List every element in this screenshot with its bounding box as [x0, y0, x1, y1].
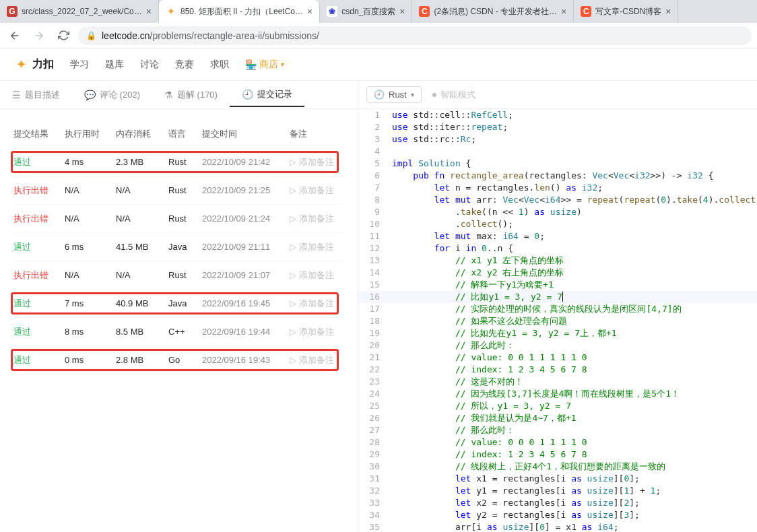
- code-line[interactable]: 13 // x1 y1 左下角点的坐标: [358, 255, 757, 267]
- code-line[interactable]: 12 for i in 0..n {: [358, 242, 757, 255]
- code-content: // 实际的处理的时候，真实的线段认为是闭区间[4,7]的: [389, 303, 682, 315]
- code-line[interactable]: 11 let mut max: i64 = 0;: [358, 230, 757, 242]
- code-line[interactable]: 27 // 那么此时：: [358, 424, 757, 436]
- code-line[interactable]: 4: [358, 145, 757, 158]
- nav-link[interactable]: 求职: [210, 59, 229, 71]
- nav-store[interactable]: 🏪 商店 ▾: [245, 59, 284, 71]
- line-number: 18: [358, 315, 389, 327]
- nav-link[interactable]: 题库: [105, 59, 124, 71]
- code-line[interactable]: 33 let x2 = rectangles[i as usize][2];: [358, 497, 757, 509]
- clock-icon: 🕘: [374, 90, 385, 100]
- code-line[interactable]: 20 // 那么此时：: [358, 339, 757, 352]
- problem-tab[interactable]: 🕘提交记录: [230, 81, 304, 108]
- code-content: let y1 = rectangles[i as usize][1] + 1;: [389, 485, 661, 497]
- line-number: 12: [358, 242, 389, 255]
- line-number: 28: [358, 436, 389, 448]
- code-content: // 因为线段[3,7]长度是4啊！而在线段树里，是5个1！: [389, 388, 680, 400]
- code-line[interactable]: 17 // 实际的处理的时候，真实的线段认为是闭区间[4,7]的: [358, 303, 757, 315]
- reload-button[interactable]: [54, 26, 73, 45]
- language-select[interactable]: 🕘 Rust ▾: [366, 86, 422, 103]
- code-line[interactable]: 14 // x2 y2 右上角点的坐标: [358, 267, 757, 279]
- code-line[interactable]: 1use std::cell::RefCell;: [358, 109, 757, 121]
- table-row[interactable]: 通过7 ms40.9 MBJava2022/09/16 19:45▷添加备注: [13, 290, 344, 318]
- close-icon[interactable]: ×: [399, 6, 405, 17]
- code-line[interactable]: 32 let y1 = rectangles[i as usize][1] + …: [358, 485, 757, 497]
- code-line[interactable]: 10 .collect();: [358, 218, 757, 230]
- code-editor[interactable]: 1use std::cell::RefCell;2use std::iter::…: [358, 109, 757, 532]
- problem-tab[interactable]: ☰题目描述: [0, 81, 72, 108]
- remark-cell[interactable]: ▷添加备注: [290, 156, 350, 168]
- code-line[interactable]: 35 arr[i as usize][0] = x1 as i64;: [358, 521, 757, 532]
- code-line[interactable]: 21 // value: 0 0 1 1 1 1 1 0: [358, 352, 757, 364]
- brand[interactable]: ✦ 力扣: [13, 57, 54, 72]
- line-number: 7: [358, 182, 389, 194]
- remark-cell[interactable]: ▷添加备注: [290, 269, 350, 281]
- code-line[interactable]: 19 // 比如先在y1 = 3, y2 = 7上，都+1: [358, 327, 757, 339]
- browser-tab[interactable]: C(2条消息) CSDN - 专业开发者社…×: [412, 0, 574, 23]
- code-line[interactable]: 30 // 线段树上，正好4个1，和我们想要的距离是一致的: [358, 461, 757, 473]
- table-row[interactable]: 执行出错N/AN/ARust2022/10/09 21:25▷添加备注: [13, 176, 344, 205]
- nav-link[interactable]: 讨论: [140, 59, 159, 71]
- code-line[interactable]: 18 // 如果不这么处理会有问题: [358, 315, 757, 327]
- code-content: // 这是不对的！: [389, 376, 523, 388]
- remark-cell[interactable]: ▷添加备注: [290, 241, 350, 253]
- close-icon[interactable]: ×: [665, 6, 671, 17]
- code-line[interactable]: 15 // 解释一下y1为啥要+1: [358, 279, 757, 291]
- table-row[interactable]: 通过4 ms2.3 MBRust2022/10/09 21:42▷添加备注: [13, 148, 344, 176]
- table-row[interactable]: 通过8 ms8.5 MBC++2022/09/16 19:44▷添加备注: [13, 318, 344, 346]
- code-line[interactable]: 28 // value: 0 0 0 1 1 1 1 0: [358, 436, 757, 448]
- smart-mode[interactable]: 智能模式: [432, 89, 475, 101]
- problem-tab[interactable]: 💬评论 (202): [72, 81, 152, 108]
- remark-cell[interactable]: ▷添加备注: [290, 298, 350, 310]
- code-line[interactable]: 9 .take((n << 1) as usize): [358, 206, 757, 218]
- back-button[interactable]: [5, 26, 24, 45]
- remark-cell[interactable]: ▷添加备注: [290, 213, 350, 225]
- close-icon[interactable]: ×: [307, 6, 312, 17]
- code-line[interactable]: 23 // 这是不对的！: [358, 376, 757, 388]
- code-line[interactable]: 34 let y2 = rectangles[i as usize][3];: [358, 509, 757, 521]
- code-line[interactable]: 2use std::iter::repeat;: [358, 121, 757, 133]
- code-line[interactable]: 25 // 所以，y1 = 3, y2 = 7: [358, 400, 757, 412]
- code-line[interactable]: 31 let x1 = rectangles[i as usize][0];: [358, 473, 757, 485]
- code-line[interactable]: 7 let n = rectangles.len() as i32;: [358, 182, 757, 194]
- remark-cell[interactable]: ▷添加备注: [290, 354, 350, 366]
- code-line[interactable]: 6 pub fn rectangle_area(rectangles: Vec<…: [358, 170, 757, 182]
- code-line[interactable]: 3use std::rc::Rc;: [358, 133, 757, 145]
- url-host: leetcode.cn: [102, 30, 150, 41]
- browser-tab[interactable]: ❀csdn_百度搜索×: [320, 0, 412, 23]
- remark-cell[interactable]: ▷添加备注: [290, 326, 350, 338]
- lang-cell: Rust: [168, 185, 202, 195]
- line-number: 26: [358, 412, 389, 424]
- favicon-icon: C: [419, 6, 430, 17]
- problem-tab[interactable]: ⚗题解 (170): [152, 81, 230, 108]
- code-line[interactable]: 5impl Solution {: [358, 158, 757, 170]
- browser-tab[interactable]: C写文章-CSDN博客×: [574, 0, 678, 23]
- nav-link[interactable]: 竞赛: [175, 59, 194, 71]
- browser-tab[interactable]: ✦850. 矩形面积 II - 力扣（LeetCo…×: [159, 0, 320, 23]
- table-row[interactable]: 通过6 ms41.5 MBJava2022/10/09 21:11▷添加备注: [13, 233, 344, 261]
- remark-cell[interactable]: ▷添加备注: [290, 185, 350, 197]
- close-icon[interactable]: ×: [561, 6, 566, 17]
- nav-link[interactable]: 学习: [70, 59, 89, 71]
- code-line[interactable]: 16 // 比如y1 = 3, y2 = 7: [358, 291, 757, 303]
- result-cell: 执行出错: [13, 185, 65, 197]
- close-icon[interactable]: ×: [146, 6, 152, 17]
- code-line[interactable]: 8 let mut arr: Vec<Vec<i64>> = repeat(re…: [358, 194, 757, 206]
- url-path: /problems/rectangle-area-ii/submissions/: [150, 30, 319, 41]
- code-line[interactable]: 22 // index: 1 2 3 4 5 6 7 8: [358, 364, 757, 376]
- table-row[interactable]: 执行出错N/AN/ARust2022/10/09 21:07▷添加备注: [13, 261, 344, 290]
- result-cell: 通过: [13, 298, 65, 310]
- code-line[interactable]: 26 // 我们就是认为是4~7，都+1: [358, 412, 757, 424]
- code-line[interactable]: 24 // 因为线段[3,7]长度是4啊！而在线段树里，是5个1！: [358, 388, 757, 400]
- browser-tab[interactable]: Gsrc/class_2022_07_2_week/Co…×: [0, 0, 159, 23]
- code-content: // 所以，y1 = 3, y2 = 7: [389, 400, 571, 412]
- table-row[interactable]: 执行出错N/AN/ARust2022/10/09 21:24▷添加备注: [13, 205, 344, 233]
- url-field[interactable]: 🔒 leetcode.cn/problems/rectangle-area-ii…: [78, 26, 752, 45]
- line-number: 27: [358, 424, 389, 436]
- line-number: 20: [358, 339, 389, 352]
- table-row[interactable]: 通过0 ms2.8 MBGo2022/09/16 19:43▷添加备注: [13, 346, 344, 374]
- code-content: // value: 0 0 0 1 1 1 1 0: [389, 436, 587, 448]
- code-line[interactable]: 29 // index: 1 2 3 4 5 6 7 8: [358, 448, 757, 461]
- forward-button[interactable]: [30, 26, 48, 45]
- favicon-icon: C: [581, 6, 591, 17]
